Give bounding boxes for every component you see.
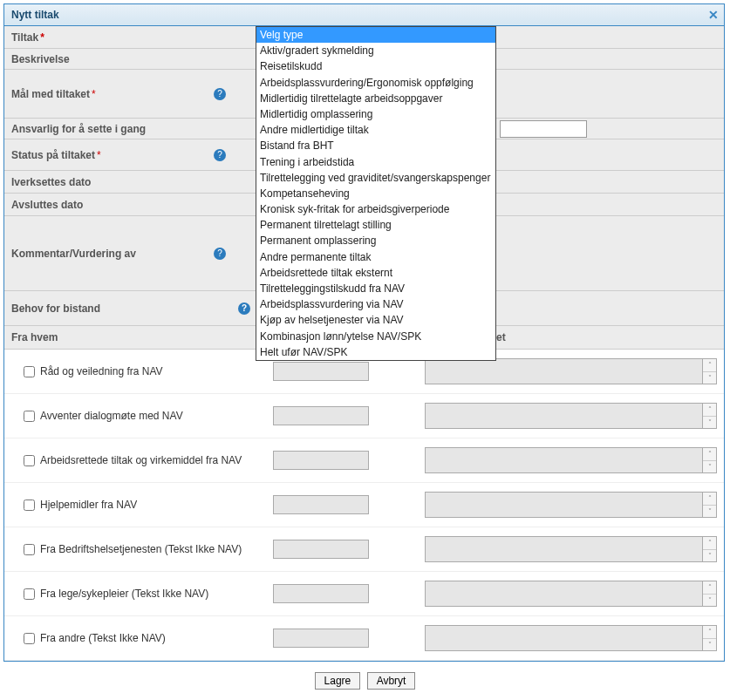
save-button[interactable]: Lagre: [315, 672, 361, 690]
chevron-up-icon[interactable]: ˄: [703, 448, 716, 461]
beskriv-textarea[interactable]: [425, 581, 703, 607]
spinner: ˄˅: [703, 358, 717, 384]
ansvarlig-input[interactable]: [500, 120, 587, 138]
bistand-label: Fra andre (Tekst Ikke NAV): [40, 632, 166, 644]
chevron-down-icon[interactable]: ˅: [703, 639, 716, 651]
utdyp-input[interactable]: [273, 362, 369, 381]
dropdown-option[interactable]: Helt ufør NAV/SPK: [256, 344, 495, 360]
label-status: Status på tiltaket: [11, 149, 95, 161]
label-mal: Mål med tiltaket: [11, 88, 90, 100]
chevron-down-icon[interactable]: ˅: [703, 550, 716, 562]
dropdown-option[interactable]: Aktiv/gradert sykmelding: [256, 43, 495, 58]
bistand-checkbox[interactable]: [24, 544, 35, 555]
dropdown-option[interactable]: Arbeidsplassvurdering/Ergonomisk oppfølg…: [256, 75, 495, 91]
col-fra-hvem: Fra hvem: [4, 326, 266, 349]
bistand-row: Arbeidsrettede tiltak og virkemiddel fra…: [4, 438, 724, 483]
dropdown-option[interactable]: Andre permanente tiltak: [256, 249, 495, 265]
close-icon[interactable]: ✕: [708, 8, 719, 22]
required-marker: *: [97, 149, 101, 161]
bistand-row: Hjelpemidler fra NAV˄˅: [4, 483, 724, 527]
dropdown-option[interactable]: Permanent omplassering: [256, 233, 495, 248]
tiltak-dropdown[interactable]: Velg typeAktiv/gradert sykmeldingReiseti…: [256, 26, 496, 361]
label-behov: Behov for bistand: [11, 302, 100, 315]
dropdown-option[interactable]: Kronisk syk-fritak for arbeidsgiverperio…: [256, 201, 495, 217]
utdyp-input[interactable]: [273, 540, 369, 559]
utdyp-input[interactable]: [273, 451, 369, 470]
chevron-up-icon[interactable]: ˄: [703, 359, 716, 372]
beskriv-textarea[interactable]: [425, 447, 703, 473]
dropdown-option[interactable]: Midlertidig tilrettelagte arbeidsoppgave…: [256, 91, 495, 106]
beskriv-textarea[interactable]: [425, 358, 703, 384]
help-icon[interactable]: ?: [238, 302, 250, 315]
chevron-up-icon[interactable]: ˄: [703, 493, 716, 506]
dropdown-option[interactable]: Tilrettelegging ved graviditet/svangersk…: [256, 170, 495, 186]
spinner: ˄˅: [703, 625, 717, 651]
dialog-title: Nytt tiltak: [11, 9, 59, 21]
bistand-checkbox[interactable]: [24, 500, 35, 511]
dropdown-option[interactable]: Velg type: [256, 27, 495, 43]
spinner: ˄˅: [703, 581, 717, 607]
dropdown-option[interactable]: Midlertidig omplassering: [256, 106, 495, 122]
label-avsluttes: Avsluttes dato: [11, 199, 83, 211]
bistand-label: Avventer dialogmøte med NAV: [40, 410, 183, 422]
label-tiltak: Tiltak: [11, 31, 38, 44]
beskriv-textarea[interactable]: [425, 625, 703, 651]
dropdown-option[interactable]: Trening i arbeidstida: [256, 154, 495, 170]
dialog: Nytt tiltak ✕ Tiltak* Beskrivelse Mål me…: [3, 3, 725, 662]
label-kommentar: Kommentar/Vurdering av: [11, 248, 136, 260]
bistand-label: Hjelpemidler fra NAV: [40, 499, 137, 511]
help-icon[interactable]: ?: [214, 248, 226, 260]
beskriv-textarea[interactable]: [425, 536, 703, 562]
required-marker: *: [40, 31, 44, 44]
chevron-down-icon[interactable]: ˅: [703, 595, 716, 607]
bistand-checkbox[interactable]: [24, 633, 35, 644]
chevron-down-icon[interactable]: ˅: [703, 506, 716, 518]
utdyp-input[interactable]: [273, 495, 369, 514]
bistand-checkbox[interactable]: [24, 588, 35, 600]
bistand-label: Fra lege/sykepleier (Tekst Ikke NAV): [40, 588, 208, 600]
utdyp-input[interactable]: [273, 584, 369, 603]
button-row: Lagre Avbryt: [0, 665, 730, 693]
label-ansvarlig: Ansvarlig for å sette i gang: [11, 123, 146, 135]
chevron-up-icon[interactable]: ˄: [703, 626, 716, 639]
dropdown-option[interactable]: Bistand fra BHT: [256, 138, 495, 153]
bistand-label: Arbeidsrettede tiltak og virkemiddel fra…: [40, 454, 242, 466]
form-area: Tiltak* Beskrivelse Mål med tiltaket* ? …: [4, 26, 724, 661]
chevron-up-icon[interactable]: ˄: [703, 404, 716, 417]
beskriv-textarea[interactable]: [425, 403, 703, 429]
label-beskrivelse: Beskrivelse: [11, 53, 70, 65]
spinner: ˄˅: [703, 536, 717, 562]
dropdown-option[interactable]: Reisetilskudd: [256, 58, 495, 74]
dropdown-option[interactable]: Permanent tilrettelagt stilling: [256, 217, 495, 233]
dropdown-option[interactable]: Andre midlertidige tiltak: [256, 122, 495, 138]
required-marker: *: [92, 88, 96, 100]
spinner: ˄˅: [703, 492, 717, 518]
bistand-checkbox[interactable]: [24, 411, 35, 422]
label-iverksettes: Iverksettes dato: [11, 176, 91, 188]
bistand-label: Råd og veiledning fra NAV: [40, 365, 163, 377]
dropdown-option[interactable]: Kombinasjon lønn/ytelse NAV/SPK: [256, 329, 495, 344]
dropdown-option[interactable]: Kjøp av helsetjenester via NAV: [256, 312, 495, 328]
utdyp-input[interactable]: [273, 406, 369, 425]
beskriv-textarea[interactable]: [425, 492, 703, 518]
help-icon[interactable]: ?: [214, 149, 226, 161]
help-icon[interactable]: ?: [214, 88, 226, 100]
chevron-down-icon[interactable]: ˅: [703, 372, 716, 384]
bistand-row: Fra Bedriftshelsetjenesten (Tekst Ikke N…: [4, 527, 724, 572]
spinner: ˄˅: [703, 447, 717, 473]
chevron-up-icon[interactable]: ˄: [703, 581, 716, 595]
dropdown-option[interactable]: Arbeidsplassvurdering via NAV: [256, 296, 495, 312]
chevron-up-icon[interactable]: ˄: [703, 537, 716, 550]
bistand-row: Fra lege/sykepleier (Tekst Ikke NAV)˄˅: [4, 572, 724, 616]
bistand-row: Avventer dialogmøte med NAV˄˅: [4, 394, 724, 438]
cancel-button[interactable]: Avbryt: [367, 672, 416, 690]
dropdown-option[interactable]: Tilretteleggingstilskudd fra NAV: [256, 281, 495, 296]
chevron-down-icon[interactable]: ˅: [703, 417, 716, 429]
bistand-checkbox[interactable]: [24, 455, 35, 466]
dropdown-option[interactable]: Kompetanseheving: [256, 186, 495, 201]
bistand-row: Fra andre (Tekst Ikke NAV)˄˅: [4, 616, 724, 661]
utdyp-input[interactable]: [273, 629, 369, 648]
chevron-down-icon[interactable]: ˅: [703, 461, 716, 473]
dropdown-option[interactable]: Arbeidsrettede tiltak eksternt: [256, 265, 495, 281]
bistand-checkbox[interactable]: [24, 366, 35, 377]
